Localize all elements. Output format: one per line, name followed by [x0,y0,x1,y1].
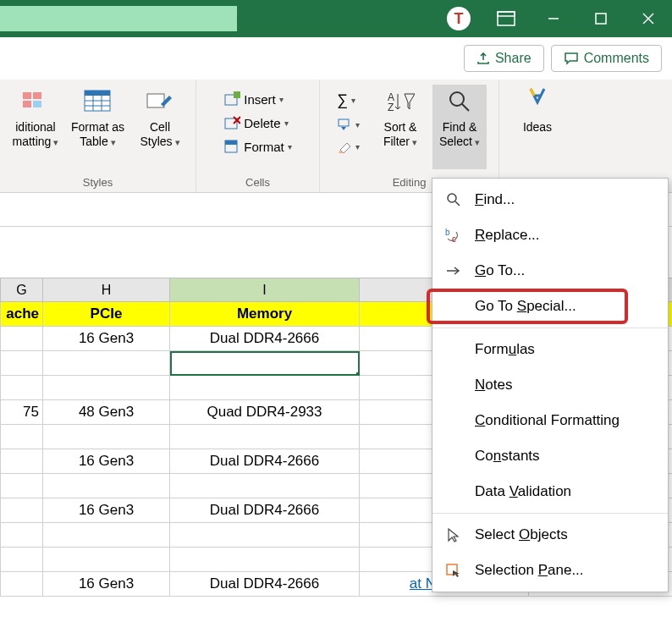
menu-formulas[interactable]: Formulas [432,332,668,367]
cell[interactable] [1,498,43,523]
cell[interactable] [170,376,360,400]
cells-group-label: Cells [245,176,270,190]
cell[interactable]: 16 Gen3 [43,327,170,351]
menu-selection-pane[interactable]: Selection Pane... [432,553,668,588]
cell[interactable]: 48 Gen3 [43,400,170,425]
col-i[interactable]: I [170,278,360,302]
titlebar-search[interactable] [0,6,237,31]
svg-rect-1 [498,12,515,16]
svg-rect-12 [85,91,110,96]
menu-select-objects[interactable]: Select Objects [432,517,668,553]
cell[interactable] [1,523,43,548]
sf-line2: Filter [383,135,417,149]
format-icon [223,139,240,154]
cell[interactable]: 16 Gen3 [43,449,170,474]
cell[interactable]: Dual DDR4-2666 [170,327,360,351]
maximize-icon[interactable] [577,0,625,37]
cell[interactable] [43,548,170,572]
ribbon-display-icon[interactable] [482,0,530,37]
insert-button[interactable]: Insert ▾ [218,88,297,110]
comments-label: Comments [584,51,649,66]
menu-goto[interactable]: Go To... [432,253,668,289]
share-button[interactable]: Share [464,45,544,72]
format-label: Format [244,140,284,154]
cell[interactable] [170,351,360,376]
cell[interactable] [1,425,43,449]
cell[interactable] [170,474,360,498]
cell[interactable] [1,572,43,597]
cell[interactable] [170,425,360,449]
account-avatar[interactable]: T [435,0,482,37]
replace-icon: bc [444,226,463,245]
conditional-formatting-button[interactable]: iditional matting [8,85,63,169]
cf-line1: iditional [15,120,55,135]
cell[interactable] [1,327,43,351]
menu-constants[interactable]: Constants [432,438,668,474]
cell[interactable] [43,351,170,376]
svg-rect-3 [596,14,606,24]
ideas-button[interactable]: Ideas [510,85,565,169]
cell[interactable]: Quad DDR4-2933 [170,400,360,425]
close-icon[interactable] [625,0,672,37]
menu-dv-label: Data Validation [475,483,571,500]
cell[interactable]: Dual DDR4-2666 [170,449,360,474]
menu-notes[interactable]: Notes [432,367,668,403]
cell[interactable] [1,376,43,400]
cell[interactable]: Dual DDR4-2666 [170,498,360,523]
svg-rect-9 [23,101,31,107]
ribbon: iditional matting Format as Table Cell S… [0,80,672,193]
menu-conditional-formatting[interactable]: Conditional Formatting [432,403,668,438]
cell[interactable] [170,523,360,548]
sort-filter-button[interactable]: AZ Sort & Filter [373,85,427,169]
cell-styles-icon [145,86,175,117]
menu-goto-special[interactable]: Go To Special... [432,289,668,324]
cell-styles-button[interactable]: Cell Styles [133,85,187,169]
col-h[interactable]: H [43,278,170,302]
find-select-button[interactable]: Find & Select [432,85,487,169]
cell[interactable] [1,474,43,498]
cell[interactable]: Dual DDR4-2666 [170,572,360,597]
cell[interactable] [43,425,170,449]
sigma-icon: ∑ [337,91,348,109]
comments-button[interactable]: Comments [551,45,662,72]
avatar-initial: T [447,7,471,30]
menu-data-validation[interactable]: Data Validation [432,474,668,509]
menu-find[interactable]: Find... [432,182,668,217]
menu-cf-label: Conditional Formatting [475,412,620,429]
svg-line-29 [462,104,469,111]
cell[interactable] [170,548,360,572]
cell[interactable] [1,548,43,572]
search-icon [444,190,463,209]
ribbon-group-ideas: Ideas [499,80,576,192]
cell[interactable] [43,376,170,400]
autosum-button[interactable]: ∑ ▾ [332,88,365,113]
svg-rect-20 [225,118,237,129]
svg-rect-17 [147,94,164,107]
cell[interactable] [1,449,43,474]
hdr-h[interactable]: PCIe [43,302,170,327]
cell[interactable] [43,523,170,548]
cell[interactable]: 75 [1,400,43,425]
ribbon-group-editing: ∑ ▾ ▾ ▾ AZ Sort & Filter [320,80,499,192]
svg-text:Z: Z [388,102,394,113]
format-button[interactable]: Format ▾ [218,135,297,157]
hdr-i[interactable]: Memory [170,302,360,327]
minimize-icon[interactable] [530,0,577,37]
ribbon-group-cells: Insert ▾ Delete ▾ Format ▾ Cells [196,80,320,192]
delete-button[interactable]: Delete ▾ [218,112,297,134]
conditional-formatting-icon [20,86,51,117]
hdr-g[interactable]: ache [1,302,43,327]
format-as-table-button[interactable]: Format as Table [68,85,128,169]
cell[interactable] [1,351,43,376]
menu-replace[interactable]: bc Replace... [432,217,668,253]
cs-line2: Styles [140,135,179,149]
cell[interactable]: 16 Gen3 [43,498,170,523]
cell[interactable] [43,474,170,498]
fill-button[interactable]: ▾ [332,114,365,135]
menu-replace-label: Replace... [475,227,540,244]
cell[interactable]: 16 Gen3 [43,572,170,597]
titlebar-controls: T [435,0,672,37]
fat-line2: Table [80,135,116,149]
col-g[interactable]: G [1,278,43,302]
clear-button[interactable]: ▾ [332,136,365,157]
